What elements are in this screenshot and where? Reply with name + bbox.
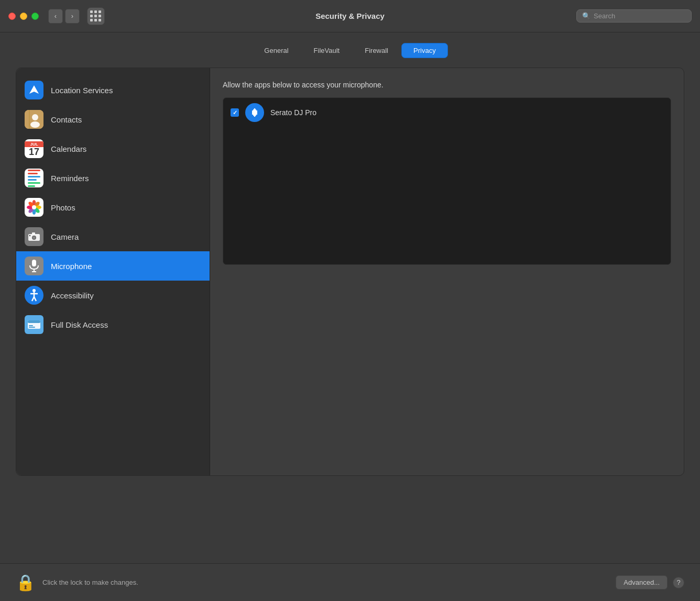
- fulldisk-icon: [25, 315, 43, 334]
- calendar-month: JUL: [25, 141, 43, 147]
- nav-buttons: ‹ ›: [48, 9, 80, 24]
- svg-point-3: [32, 114, 38, 120]
- search-icon: 🔍: [582, 12, 590, 20]
- sidebar-item-full-disk-access[interactable]: Full Disk Access: [16, 310, 210, 339]
- camera-icon: [25, 227, 43, 246]
- photos-icon: [25, 198, 43, 217]
- sidebar-label-camera: Camera: [51, 232, 79, 241]
- svg-point-13: [32, 205, 36, 209]
- content-description: Allow the apps below to access your micr…: [223, 81, 671, 89]
- svg-line-26: [34, 297, 36, 301]
- maximize-button[interactable]: [31, 13, 39, 20]
- forward-button[interactable]: ›: [65, 9, 80, 24]
- tab-general[interactable]: General: [252, 43, 300, 58]
- sidebar: Location Services Contacts JUL: [16, 68, 210, 475]
- calendar-day: 17: [29, 147, 39, 157]
- svg-rect-2: [29, 110, 30, 129]
- contacts-icon: [25, 110, 43, 129]
- sidebar-label-photos: Photos: [51, 203, 75, 212]
- main-content: General FileVault Firewall Privacy Locat…: [0, 32, 700, 563]
- svg-rect-28: [28, 320, 40, 323]
- serato-checkbox[interactable]: ✓: [231, 108, 239, 117]
- sidebar-label-full-disk-access: Full Disk Access: [51, 320, 108, 329]
- serato-icon: [245, 103, 264, 122]
- back-button[interactable]: ‹: [48, 9, 63, 24]
- grid-button[interactable]: [87, 7, 105, 25]
- app-name-serato: Serato DJ Pro: [270, 108, 316, 117]
- accessibility-icon: [25, 286, 43, 305]
- sidebar-item-calendars[interactable]: JUL 17 Calendars: [16, 134, 210, 163]
- titlebar: ‹ › Security & Privacy 🔍: [0, 0, 700, 32]
- sidebar-item-accessibility[interactable]: Accessibility: [16, 281, 210, 310]
- location-icon: [25, 81, 43, 99]
- sidebar-label-accessibility: Accessibility: [51, 291, 94, 300]
- sidebar-item-contacts[interactable]: Contacts: [16, 105, 210, 134]
- tab-privacy[interactable]: Privacy: [401, 43, 448, 58]
- sidebar-item-reminders[interactable]: Reminders: [16, 163, 210, 193]
- tab-bar: General FileVault Firewall Privacy: [16, 43, 684, 58]
- calendars-icon: JUL 17: [25, 139, 43, 158]
- sidebar-label-reminders: Reminders: [51, 174, 89, 183]
- sidebar-label-location: Location Services: [51, 86, 113, 95]
- svg-point-4: [30, 121, 40, 128]
- bottom-buttons: Advanced... ?: [616, 575, 684, 589]
- svg-rect-19: [32, 260, 36, 266]
- svg-rect-17: [32, 232, 35, 235]
- sidebar-label-calendars: Calendars: [51, 144, 86, 153]
- panel: Location Services Contacts JUL: [16, 68, 684, 476]
- reminders-icon: [25, 169, 43, 187]
- search-bar[interactable]: 🔍: [576, 9, 692, 23]
- reminders-lines: [28, 170, 40, 187]
- bottom-bar: 🔒 Click the lock to make changes. Advanc…: [0, 563, 700, 601]
- tab-filevault[interactable]: FileVault: [302, 43, 352, 58]
- svg-rect-30: [29, 327, 35, 328]
- svg-point-22: [32, 289, 36, 292]
- grid-icon: [90, 10, 102, 22]
- sidebar-item-microphone[interactable]: Microphone: [16, 251, 210, 281]
- sidebar-label-microphone: Microphone: [51, 262, 92, 271]
- minimize-button[interactable]: [20, 13, 27, 20]
- lock-text: Click the lock to make changes.: [42, 578, 138, 586]
- microphone-icon: [25, 257, 43, 275]
- traffic-lights: [8, 13, 39, 20]
- svg-rect-29: [29, 325, 33, 326]
- close-button[interactable]: [8, 13, 16, 20]
- search-input[interactable]: [594, 12, 686, 20]
- sidebar-item-location-services[interactable]: Location Services: [16, 75, 210, 105]
- svg-point-16: [33, 237, 36, 239]
- svg-marker-0: [29, 85, 39, 94]
- help-button[interactable]: ?: [673, 577, 684, 588]
- advanced-button[interactable]: Advanced...: [616, 575, 668, 589]
- check-mark: ✓: [233, 109, 237, 116]
- sidebar-item-photos[interactable]: Photos: [16, 193, 210, 222]
- svg-point-18: [29, 235, 30, 236]
- lock-icon: 🔒: [16, 573, 35, 592]
- app-list: ✓ Serato DJ Pro: [223, 97, 671, 265]
- sidebar-item-camera[interactable]: Camera: [16, 222, 210, 251]
- content-area: Allow the apps below to access your micr…: [210, 68, 684, 475]
- window-title: Security & Privacy: [315, 12, 385, 20]
- list-item[interactable]: ✓ Serato DJ Pro: [223, 98, 671, 127]
- sidebar-label-contacts: Contacts: [51, 115, 82, 124]
- tab-firewall[interactable]: Firewall: [353, 43, 400, 58]
